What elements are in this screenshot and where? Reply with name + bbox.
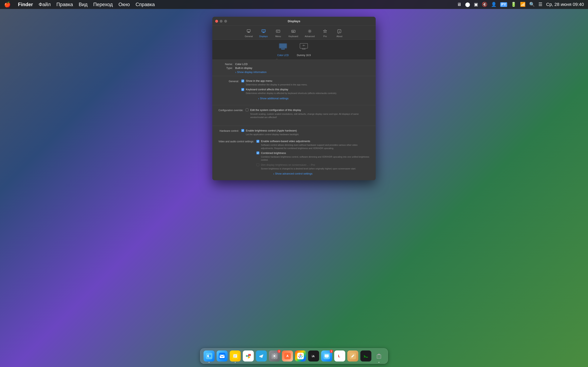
tab-pro-label: Pro xyxy=(323,35,327,38)
tab-about[interactable]: About xyxy=(332,27,346,40)
close-button[interactable] xyxy=(215,20,218,23)
dock-chrome[interactable] xyxy=(243,350,254,361)
edit-config-label: Edit the system configuration of this di… xyxy=(250,108,301,111)
dock-badge-prefs: 1 xyxy=(277,350,281,353)
svg-rect-3 xyxy=(262,30,265,32)
display-selector: Color LCD Dummy 16:9 xyxy=(212,40,376,60)
dock-finder[interactable]: F xyxy=(204,350,215,361)
name-label: Name: xyxy=(218,63,233,66)
menubar-help[interactable]: Справка xyxy=(136,2,155,7)
py-icon[interactable]: PY xyxy=(500,2,507,7)
display-dummy[interactable]: Dummy 16:9 xyxy=(297,43,311,59)
svg-rect-63 xyxy=(378,354,380,354)
keyboard-control-label: Keyboard control affects this display xyxy=(246,88,288,91)
dock-mail[interactable] xyxy=(217,350,228,361)
svg-point-13 xyxy=(309,31,310,32)
menubar-file[interactable]: Файл xyxy=(39,2,51,7)
svg-point-41 xyxy=(300,354,301,355)
general-label: General: xyxy=(218,79,239,83)
general-tab-icon xyxy=(246,29,251,34)
color-lcd-icon xyxy=(279,43,287,52)
svg-point-45 xyxy=(299,357,300,358)
svg-rect-9 xyxy=(292,31,293,31)
menubar-datetime: Ср, 28 июня 09:40 xyxy=(546,2,584,7)
svg-text:iA: iA xyxy=(312,355,315,358)
type-label: Type: xyxy=(218,67,233,69)
titlebar: Displays xyxy=(212,17,376,26)
svg-point-14 xyxy=(339,31,339,31)
video-audio-content: Enable software-based video adjustments … xyxy=(256,140,370,175)
cast-icon[interactable]: ▣ xyxy=(474,2,478,7)
brightness-checkbox[interactable] xyxy=(241,129,244,132)
software-video-checkbox[interactable] xyxy=(256,140,259,143)
type-row: Type: Built-in display xyxy=(218,67,370,69)
svg-rect-26 xyxy=(220,355,225,358)
dock-terminal[interactable] xyxy=(360,350,371,361)
show-in-app-menu-checkbox[interactable] xyxy=(241,80,244,82)
tab-pro[interactable]: Pro xyxy=(318,27,332,40)
minimize-button[interactable] xyxy=(220,20,223,23)
keyboard-control-desc: Determines whether display is affected b… xyxy=(246,92,370,95)
svg-rect-5 xyxy=(276,30,280,33)
keyboard-tab-icon xyxy=(291,29,296,34)
tab-general-label: General xyxy=(245,35,253,38)
pro-tab-icon xyxy=(323,29,327,34)
combined-brightness-checkbox[interactable] xyxy=(256,151,259,154)
dock-telegram[interactable] xyxy=(256,350,267,361)
search-icon[interactable]: 🔍 xyxy=(529,2,535,7)
display-color-lcd[interactable]: Color LCD xyxy=(277,43,289,59)
apple-menu[interactable]: 🍎 xyxy=(4,1,11,8)
combined-brightness-label: Combined brightness xyxy=(261,151,286,155)
sound-icon[interactable]: 🔇 xyxy=(482,2,487,7)
notification-icon[interactable]: ☰ xyxy=(538,2,543,7)
show-in-app-menu-label: Show in the app menu xyxy=(246,79,272,82)
dock-pixelmator[interactable] xyxy=(282,350,293,361)
dock-trash[interactable] xyxy=(373,350,384,361)
displays-tab-icon xyxy=(261,29,266,34)
show-in-app-menu-checkbox-row: Show in the app menu xyxy=(241,79,370,82)
dock-ia-writer[interactable]: iA xyxy=(308,350,319,361)
dock-photos[interactable] xyxy=(295,350,306,361)
tab-displays[interactable]: Displays xyxy=(256,27,271,40)
user-icon[interactable]: 👤 xyxy=(491,2,497,7)
airplay-icon[interactable]: ⬤ xyxy=(465,2,470,7)
dim-screensaver-checkbox-row: Dim display brightness on screensaver...… xyxy=(256,163,370,166)
dock-dot-finder xyxy=(209,362,209,363)
dock-editor[interactable] xyxy=(347,350,358,361)
maximize-button[interactable] xyxy=(224,20,227,23)
tab-advanced[interactable]: Advanced xyxy=(301,27,318,40)
menubar-finder[interactable]: Finder xyxy=(18,2,33,7)
keyboard-control-checkbox-row: Keyboard control affects this display xyxy=(241,88,370,91)
keyboard-control-checkbox[interactable] xyxy=(241,88,244,91)
battery-icon[interactable]: 🔋 xyxy=(511,2,516,7)
window-controls xyxy=(215,20,227,23)
show-display-info-link[interactable]: Show display information xyxy=(235,70,370,74)
screen-icon[interactable]: 🖥 xyxy=(457,2,461,7)
svg-point-44 xyxy=(301,357,302,358)
tab-keyboard-label: Keyboard xyxy=(288,35,298,38)
dock-logo[interactable]: L xyxy=(334,350,345,361)
tab-keyboard[interactable]: Keyboard xyxy=(285,27,301,40)
menubar-edit[interactable]: Правка xyxy=(56,2,73,7)
wifi-icon[interactable]: 📶 xyxy=(520,2,526,7)
svg-point-46 xyxy=(298,356,300,357)
advanced-tab-icon xyxy=(307,29,312,34)
menubar-go[interactable]: Переход xyxy=(93,2,113,7)
show-advanced-control-settings-link[interactable]: Show advanced control settings xyxy=(273,172,370,175)
edit-config-checkbox[interactable] xyxy=(246,108,249,111)
config-override-content: Edit the system configuration of this di… xyxy=(246,108,370,121)
tab-general[interactable]: General xyxy=(242,27,256,40)
menubar: 🍎 Finder Файл Правка Вид Переход Окно Сп… xyxy=(0,0,588,9)
dock-notes[interactable] xyxy=(230,350,241,361)
edit-config-desc: Smooth scaling, custom scaled resolution… xyxy=(250,112,370,119)
dock-system-preferences[interactable]: 1 xyxy=(269,350,280,361)
show-additional-settings-link[interactable]: Show additional settings xyxy=(258,97,370,100)
svg-rect-11 xyxy=(294,31,294,31)
hardware-section: Hardware control: Enable brightness cont… xyxy=(212,126,376,180)
brightness-desc: Let the application control display hard… xyxy=(246,133,370,136)
dock-screens[interactable]: 1 xyxy=(321,350,332,361)
tab-menu[interactable]: Menu xyxy=(271,27,285,40)
menubar-view[interactable]: Вид xyxy=(79,2,87,7)
menubar-window[interactable]: Окно xyxy=(118,2,130,7)
menu-tab-icon xyxy=(276,29,280,34)
